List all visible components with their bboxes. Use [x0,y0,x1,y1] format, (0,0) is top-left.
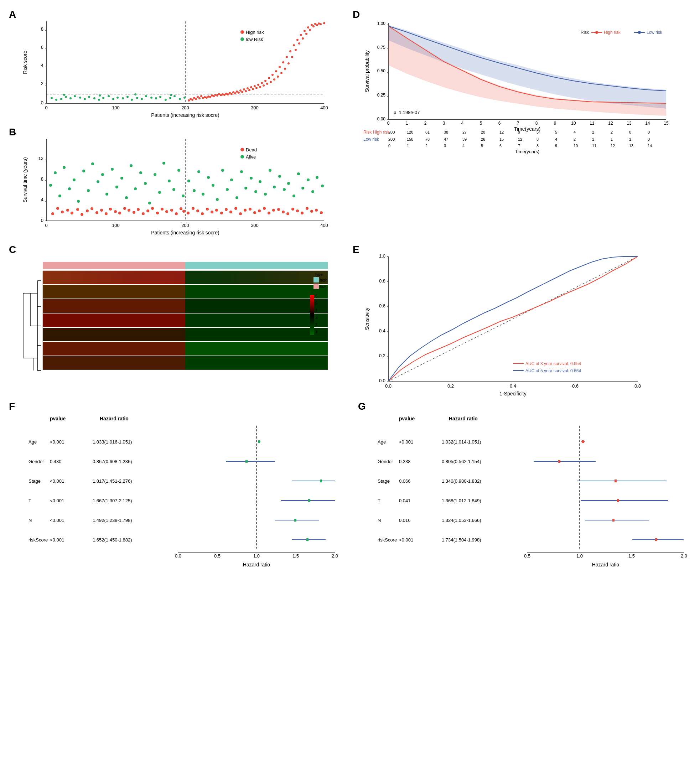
svg-text:1.667(1.307-2.125): 1.667(1.307-2.125) [93,498,132,503]
svg-point-98 [207,95,209,98]
svg-point-27 [79,97,81,99]
svg-rect-375 [185,262,328,269]
svg-text:1-Specificity: 1-Specificity [500,391,526,397]
svg-text:Stage: Stage [28,478,41,484]
svg-point-117 [275,70,277,72]
svg-text:1.0: 1.0 [379,253,386,259]
svg-point-105 [232,91,234,93]
svg-point-241 [54,171,57,174]
svg-text:0: 0 [648,137,650,141]
svg-point-339 [244,209,247,212]
svg-text:8: 8 [536,144,539,148]
svg-point-69 [241,91,243,93]
svg-point-22 [55,99,57,101]
main-container: A 0 2 4 6 8 0 100 [0,0,700,584]
svg-point-108 [243,88,245,91]
svg-text:0: 0 [45,105,47,111]
svg-point-341 [253,211,256,214]
svg-point-327 [187,212,189,214]
svg-point-277 [226,188,229,191]
svg-text:N: N [28,518,32,523]
svg-text:<0.001: <0.001 [50,478,64,484]
svg-point-354 [315,209,318,212]
svg-text:AUC of 3 year survival: 0.654: AUC of 3 year survival: 0.654 [525,361,581,366]
svg-point-85 [298,42,300,45]
svg-text:0.0: 0.0 [379,378,386,383]
svg-point-301 [66,209,69,212]
svg-point-292 [297,172,300,175]
svg-point-104 [229,92,231,94]
svg-point-112 [257,84,259,86]
svg-point-114 [264,80,266,82]
svg-point-312 [118,212,121,214]
svg-text:100: 100 [112,223,120,228]
svg-point-46 [169,97,171,99]
svg-point-41 [145,95,147,97]
svg-point-348 [286,212,289,215]
svg-point-293 [302,187,304,189]
svg-text:0.041: 0.041 [399,498,411,503]
svg-point-251 [101,173,104,176]
svg-point-351 [301,212,303,214]
svg-point-350 [296,209,299,212]
svg-text:High risk: High risk [604,30,621,35]
svg-text:2: 2 [611,130,613,134]
svg-point-43 [155,97,157,99]
svg-point-44 [159,96,161,98]
svg-text:1.368(1.012-1.849): 1.368(1.012-1.849) [442,498,481,503]
svg-point-337 [234,207,237,210]
svg-text:N: N [378,518,381,523]
panel-f-label: F [9,401,15,412]
svg-rect-519 [617,499,619,502]
svg-text:0.5: 0.5 [214,553,220,559]
svg-point-287 [273,186,276,189]
svg-text:39: 39 [462,137,467,141]
svg-text:7: 7 [518,144,520,148]
svg-text:pvalue: pvalue [50,416,66,422]
svg-point-289 [283,188,286,191]
svg-point-248 [87,189,90,192]
svg-text:6: 6 [500,144,502,148]
svg-text:1: 1 [611,137,613,141]
svg-text:15: 15 [664,121,669,126]
svg-text:Gender: Gender [28,459,44,464]
svg-point-319 [151,207,154,210]
svg-point-120 [286,56,288,58]
svg-text:6: 6 [498,121,501,126]
svg-text:T: T [28,498,31,503]
svg-point-59 [206,97,208,99]
svg-point-311 [114,210,117,213]
svg-point-92 [323,22,325,24]
svg-point-296 [316,176,319,179]
svg-text:Risk  High risk: Risk High risk [363,130,390,135]
svg-rect-379 [185,271,328,284]
svg-point-315 [133,211,135,214]
svg-text:12: 12 [39,156,44,161]
svg-text:11: 11 [592,144,596,148]
svg-text:High risk: High risk [246,30,264,35]
panel-c-svg: type APEX2 SUZ12 ZNRD1 [14,249,335,399]
svg-text:0: 0 [45,223,47,228]
panel-f-svg: pvalue Hazard ratio Age <0.001 1.033(1.0… [14,406,349,577]
svg-point-36 [122,97,124,99]
svg-point-119 [282,61,284,63]
svg-text:400: 400 [320,223,328,228]
svg-rect-482 [294,519,296,522]
svg-point-244 [68,187,71,190]
svg-text:400: 400 [320,105,328,111]
svg-text:5: 5 [481,144,483,148]
svg-text:8: 8 [41,27,44,32]
svg-point-305 [86,209,89,212]
svg-text:Dead: Dead [246,147,257,153]
svg-text:2: 2 [592,130,594,134]
svg-point-60 [209,96,211,98]
svg-point-52 [134,93,136,95]
svg-point-356 [241,148,244,151]
svg-text:0.0: 0.0 [175,553,181,559]
svg-text:13: 13 [627,121,631,126]
svg-text:1.324(1.053-1.666): 1.324(1.053-1.666) [442,518,481,523]
svg-point-299 [56,207,59,210]
svg-rect-484 [306,538,308,541]
svg-point-23 [60,98,62,100]
svg-point-310 [109,208,112,211]
